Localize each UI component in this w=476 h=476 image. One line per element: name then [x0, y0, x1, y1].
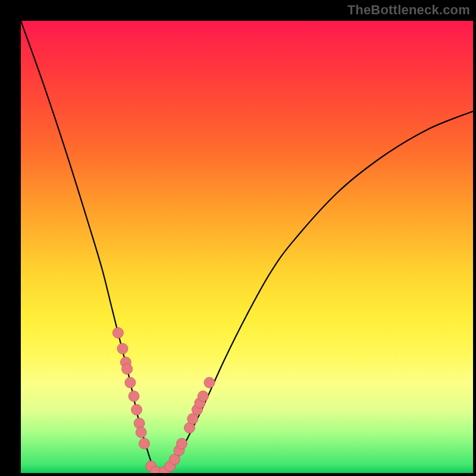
sample-dot — [136, 427, 146, 438]
sample-dot — [139, 439, 150, 449]
sample-dot — [198, 391, 208, 402]
sample-dot — [131, 405, 142, 415]
sample-dot — [112, 327, 123, 338]
chart-stage: TheBottleneck.com — [0, 0, 476, 476]
sample-dot — [125, 377, 136, 388]
watermark-text: TheBottleneck.com — [347, 2, 470, 18]
sample-dot — [177, 439, 187, 449]
sample-dot — [117, 343, 128, 354]
chart-overlay — [21, 21, 473, 473]
sample-dot — [129, 391, 139, 402]
sample-dot — [204, 377, 215, 388]
bottleneck-curve — [21, 21, 473, 473]
sample-dot — [122, 364, 133, 374]
sample-dot — [134, 418, 145, 428]
sample-dots-group — [112, 327, 215, 473]
